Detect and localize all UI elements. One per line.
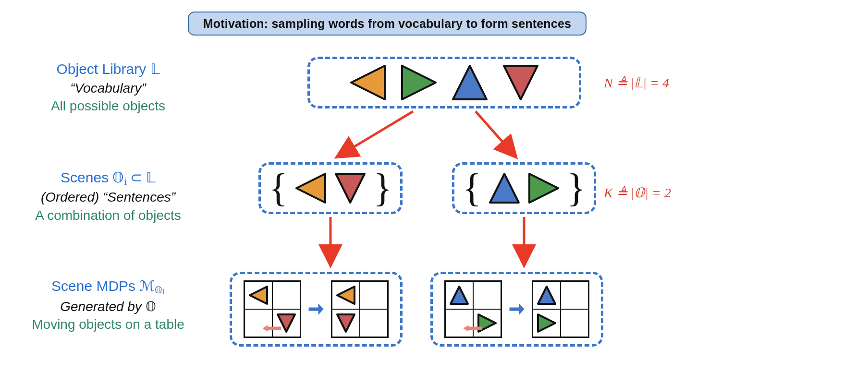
mdp-box-b (430, 272, 603, 347)
scenes-labels: Scenes 𝕆i ⊂ 𝕃 (Ordered) “Sentences” A co… (19, 168, 197, 225)
triangle-right-icon (477, 313, 498, 334)
mdp-b-before (444, 280, 502, 338)
triangle-left-icon (294, 172, 327, 205)
triangle-left-icon (349, 64, 387, 101)
svg-marker-9 (278, 314, 295, 332)
svg-marker-10 (337, 287, 355, 304)
svg-marker-2 (453, 66, 487, 99)
motivation-banner: Motivation: sampling words from vocabula… (188, 12, 587, 36)
svg-marker-5 (336, 174, 365, 203)
mdps-title: Scene MDPs ℳ𝕆i (19, 277, 197, 298)
mdps-title-sub-sub: i (162, 287, 165, 296)
svg-marker-8 (250, 287, 267, 304)
transition-arrow-icon (308, 303, 324, 315)
close-brace-icon: } (567, 174, 586, 202)
triangle-up-icon (449, 285, 470, 306)
mdps-subtitle-prefix: Generated by (60, 299, 145, 314)
scene-box-b: { } (452, 162, 596, 214)
mdp-b-after (532, 280, 589, 338)
scenes-desc: A combination of objects (19, 206, 197, 225)
triangle-up-icon (536, 285, 557, 306)
mdp-box-a (230, 272, 403, 347)
svg-marker-15 (538, 314, 555, 332)
triangle-right-icon (400, 64, 438, 101)
scene-a-contents (294, 172, 367, 205)
triangle-down-icon (334, 172, 367, 205)
triangle-down-icon (502, 64, 539, 101)
open-brace-icon: { (269, 174, 288, 202)
svg-marker-12 (451, 287, 468, 304)
svg-marker-4 (296, 174, 325, 203)
mdps-subtitle-symbol: 𝕆 (146, 299, 156, 314)
triangle-up-icon (451, 64, 489, 101)
mdps-title-prefix: Scene MDPs (51, 278, 139, 294)
library-labels: Object Library 𝕃 “Vocabulary” All possib… (19, 60, 197, 115)
library-desc: All possible objects (19, 97, 197, 115)
mdps-title-symbol: ℳ (139, 278, 155, 294)
library-equation: N ≜ |𝕃| = 4 (604, 75, 669, 91)
triangle-down-icon (276, 313, 297, 334)
triangle-up-icon (488, 172, 521, 205)
mdp-a-before (244, 280, 301, 338)
triangle-right-icon (527, 172, 560, 205)
library-box (307, 57, 581, 108)
library-subtitle: “Vocabulary” (19, 79, 197, 97)
mdps-title-sub-symbol: 𝕆 (155, 285, 162, 295)
svg-marker-1 (402, 66, 436, 99)
triangle-left-icon (248, 285, 269, 306)
svg-marker-0 (351, 66, 385, 99)
svg-marker-11 (337, 314, 355, 332)
scene-b-contents (488, 172, 560, 205)
scenes-title: Scenes 𝕆i ⊂ 𝕃 (19, 168, 197, 188)
motivation-text: Motivation: sampling words from vocabula… (203, 17, 571, 31)
svg-line-17 (476, 111, 516, 157)
library-title-symbol: 𝕃 (150, 61, 160, 77)
scenes-title-rel: ⊂ 𝕃 (127, 169, 156, 185)
mdps-desc: Moving objects on a table (19, 315, 197, 334)
scenes-title-symbol: 𝕆 (112, 169, 124, 185)
library-title-prefix: Object Library (56, 61, 150, 77)
triangle-down-icon (335, 313, 356, 334)
mdps-subtitle: Generated by 𝕆 (19, 298, 197, 316)
svg-marker-7 (529, 174, 558, 203)
svg-marker-3 (504, 66, 538, 99)
close-brace-icon: } (373, 174, 392, 202)
mdp-a-after (331, 280, 389, 338)
scenes-subtitle: (Ordered) “Sentences” (19, 188, 197, 206)
svg-line-16 (336, 111, 413, 157)
transition-arrow-icon (509, 303, 525, 315)
open-brace-icon: { (463, 174, 481, 202)
svg-marker-14 (538, 287, 555, 304)
svg-marker-6 (490, 174, 519, 203)
scene-box-a: { } (258, 162, 403, 214)
library-title: Object Library 𝕃 (19, 60, 197, 79)
scenes-title-prefix: Scenes (61, 169, 112, 185)
scenes-equation: K ≜ |𝕆| = 2 (604, 185, 671, 201)
triangle-right-icon (536, 313, 557, 334)
mdps-labels: Scene MDPs ℳ𝕆i Generated by 𝕆 Moving obj… (19, 277, 197, 334)
svg-marker-13 (478, 314, 496, 332)
triangle-left-icon (335, 285, 356, 306)
